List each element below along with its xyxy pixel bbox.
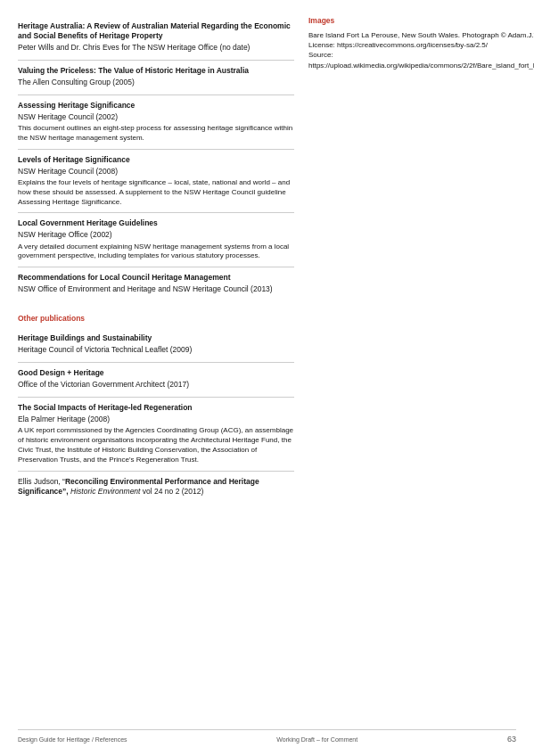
image-caption: Bare Island Fort La Perouse, New South W…	[308, 30, 534, 70]
pub-article: Ellis Judson, “Reconciling Environmental…	[18, 477, 294, 497]
other-pub-org: Ela Palmer Heritage (2008)	[18, 415, 294, 424]
other-pub-title: Good Design + Heritage	[18, 368, 294, 378]
other-publication-item: The Social Impacts of Heritage-led Regen…	[18, 397, 294, 470]
pub-org: The Allen Consulting Group (2005)	[18, 78, 294, 87]
pub-title: Local Government Heritage Guidelines	[18, 218, 294, 228]
pub-org: NSW Heritage Council (2002)	[18, 112, 294, 122]
publications-list: Heritage Australia: A Review of Australi…	[18, 16, 294, 301]
other-publication-item: Good Design + HeritageOffice of the Vict…	[18, 362, 294, 397]
footer: Design Guide for Heritage / References W…	[18, 729, 516, 744]
footer-center: Working Draft – for Comment	[276, 736, 357, 743]
pub-desc: Explains the four levels of heritage sig…	[18, 178, 294, 207]
main-content: Heritage Australia: A Review of Australi…	[18, 16, 516, 504]
pub-title: Valuing the Priceless: The Value of Hist…	[18, 66, 294, 76]
other-pub-title: Heritage Buildings and Sustainability	[18, 333, 294, 343]
pub-desc: A very detailed document explaining NSW …	[18, 242, 294, 262]
other-pub-title: The Social Impacts of Heritage-led Regen…	[18, 403, 294, 413]
footer-right: 63	[507, 735, 516, 744]
publication-item: Heritage Australia: A Review of Australi…	[18, 16, 294, 60]
pub-desc: This document outlines an eight-step pro…	[18, 124, 294, 144]
pub-org: NSW Heritage Office (2002)	[18, 230, 294, 240]
publication-item: Levels of Heritage SignificanceNSW Herit…	[18, 149, 294, 212]
publication-item: Assessing Heritage SignificanceNSW Herit…	[18, 94, 294, 149]
other-publications-list: Heritage Buildings and SustainabilityHer…	[18, 328, 294, 504]
pub-title: Levels of Heritage Significance	[18, 155, 294, 165]
pub-org: NSW Heritage Council (2008)	[18, 167, 294, 177]
pub-org: Peter Wills and Dr. Chris Eves for The N…	[18, 43, 294, 53]
pub-title: Assessing Heritage Significance	[18, 101, 294, 111]
images-heading: Images	[308, 16, 534, 25]
publication-item: Valuing the Priceless: The Value of Hist…	[18, 60, 294, 94]
other-publication-item: Ellis Judson, “Reconciling Environmental…	[18, 471, 294, 504]
pub-org: NSW Office of Environment and Heritage a…	[18, 284, 294, 294]
left-column: Heritage Australia: A Review of Australi…	[18, 16, 294, 504]
page: Heritage Australia: A Review of Australi…	[0, 0, 534, 756]
publication-item: Recommendations for Local Council Herita…	[18, 267, 294, 301]
other-publication-item: Heritage Buildings and SustainabilityHer…	[18, 328, 294, 362]
images-section: Images Bare Island Fort La Perouse, New …	[308, 16, 534, 70]
other-pub-desc: A UK report commissioned by the Agencies…	[18, 426, 294, 464]
other-pub-org: Heritage Council of Victoria Technical L…	[18, 345, 294, 355]
other-pub-org: Office of the Victorian Government Archi…	[18, 380, 294, 390]
other-publications-heading: Other publications	[18, 314, 294, 323]
pub-title: Heritage Australia: A Review of Australi…	[18, 21, 294, 41]
publication-item: Local Government Heritage GuidelinesNSW …	[18, 212, 294, 267]
footer-left: Design Guide for Heritage / References	[18, 736, 127, 743]
pub-title: Recommendations for Local Council Herita…	[18, 273, 294, 283]
right-column: Images Bare Island Fort La Perouse, New …	[308, 16, 534, 504]
